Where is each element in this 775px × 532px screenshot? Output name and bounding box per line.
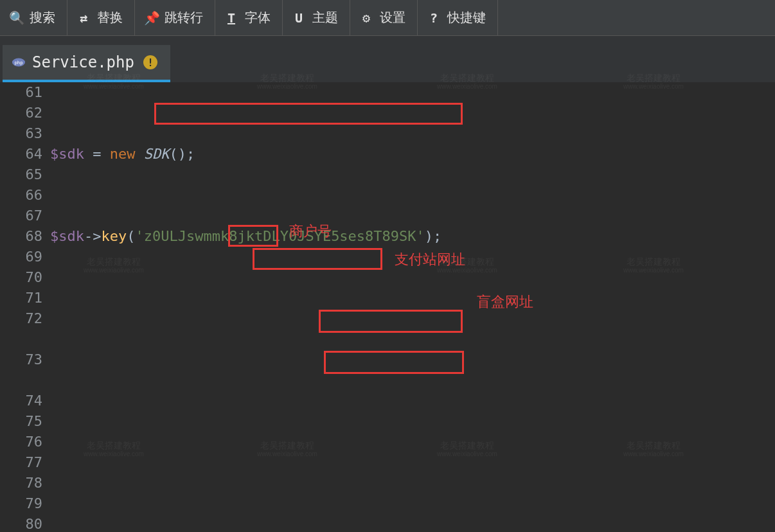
tab-service-php[interactable]: php Service.php ! (3, 45, 170, 82)
toolbar-goto-line[interactable]: 📌 跳转行 (135, 0, 215, 36)
toolbar-theme-label: 主题 (312, 9, 338, 26)
code-line: $sdk = new SDK(); (50, 144, 775, 164)
code-line: $sdk->key('z0ULJswmmk8jktDLY0JSYE5ses8T8… (50, 226, 775, 247)
tab-filename: Service.php (32, 53, 134, 71)
annotation-pay-site: 支付站网址 (395, 249, 465, 270)
highlight-box (324, 351, 464, 374)
toolbar-theme[interactable]: U 主题 (283, 0, 350, 36)
toolbar-settings[interactable]: ⚙ 设置 (350, 0, 418, 36)
code-area[interactable]: $sdk = new SDK(); $sdk->key('z0ULJswmmk8… (50, 82, 775, 532)
swap-icon: ⇄ (76, 10, 91, 26)
code-line (50, 391, 775, 411)
code-line (50, 308, 775, 329)
toolbar-goto-label: 跳转行 (165, 9, 203, 26)
code-editor[interactable]: 61 62 63 64 65 66 67 68 69 70 71 72 73 7… (0, 82, 775, 532)
toolbar-shortcuts[interactable]: ? 快捷键 (418, 0, 498, 36)
font-icon: T (224, 10, 238, 26)
toolbar-font-label: 字体 (245, 9, 271, 26)
pin-icon: 📌 (144, 10, 158, 26)
highlight-box (154, 103, 463, 125)
toolbar-replace-label: 替换 (97, 9, 123, 26)
help-icon: ? (427, 10, 441, 26)
svg-text:php: php (14, 60, 22, 66)
magnet-icon: U (292, 10, 306, 26)
php-file-icon: php (12, 55, 26, 69)
toolbar-search[interactable]: 🔍 搜索 (0, 0, 67, 36)
line-gutter: 61 62 63 64 65 66 67 68 69 70 71 72 73 7… (0, 82, 50, 532)
toolbar-shortcuts-label: 快捷键 (447, 9, 486, 26)
toolbar-settings-label: 设置 (380, 9, 405, 26)
toolbar-search-label: 搜索 (30, 9, 55, 26)
toolbar-replace[interactable]: ⇄ 替换 (67, 0, 135, 36)
warning-badge-icon: ! (143, 55, 157, 69)
code-line (50, 473, 775, 493)
search-icon: 🔍 (9, 10, 23, 26)
toolbar-font[interactable]: T 字体 (215, 0, 283, 36)
gear-icon: ⚙ (359, 10, 373, 26)
toolbar: 🔍 搜索 ⇄ 替换 📌 跳转行 T 字体 U 主题 ⚙ 设置 ? 快捷键 (0, 0, 775, 36)
highlight-box (253, 248, 382, 270)
tab-bar: php Service.php ! (0, 36, 775, 82)
